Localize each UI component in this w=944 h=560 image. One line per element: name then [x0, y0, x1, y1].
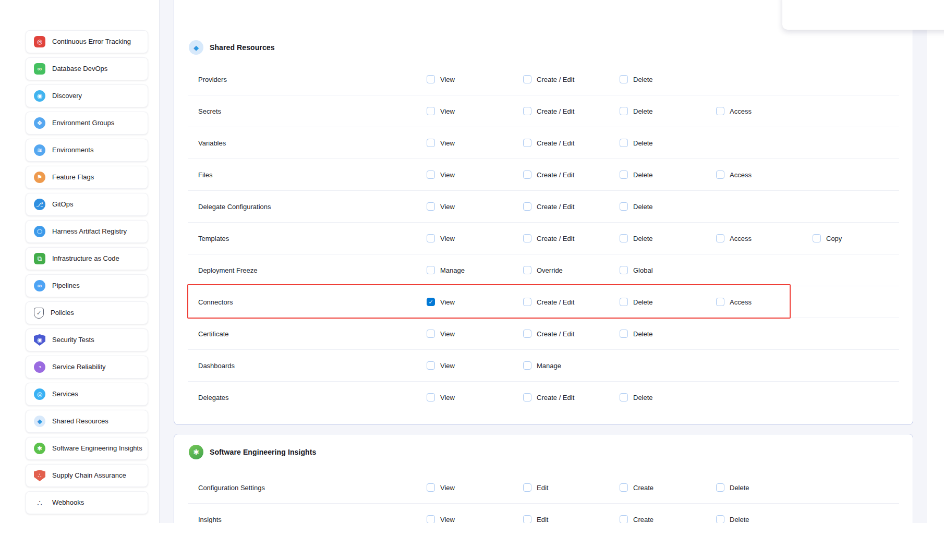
infrastructure-as-code-icon: ⧉	[34, 253, 45, 264]
checkbox-label: Create / Edit	[537, 330, 574, 338]
configuration-settings-create-checkbox[interactable]	[620, 483, 628, 492]
delegates-delete-checkbox[interactable]	[620, 393, 628, 401]
sidebar-item-security-tests[interactable]: ◉Security Tests	[26, 328, 148, 351]
files-view-checkbox[interactable]	[427, 171, 435, 179]
resource-label: Providers	[198, 76, 227, 83]
artifact-registry-icon: ⬡	[34, 226, 45, 237]
permission-row-deployment-freeze: Deployment FreezeManageOverrideGlobal	[174, 254, 913, 286]
connectors-access-checkbox[interactable]	[716, 298, 724, 306]
sidebar-item-continuous-error-tracking[interactable]: ◎Continuous Error Tracking	[26, 30, 148, 53]
secrets-delete-checkbox[interactable]	[620, 107, 628, 115]
permission-cell: Access	[716, 107, 752, 115]
resource-label: Delegates	[198, 394, 229, 401]
secrets-access-checkbox[interactable]	[716, 107, 724, 115]
variables-create-edit-checkbox[interactable]	[523, 139, 531, 147]
files-create-edit-checkbox[interactable]	[523, 171, 531, 179]
permission-row-certificate: CertificateViewCreate / EditDelete	[174, 318, 913, 349]
sidebar-item-feature-flags[interactable]: ⚑Feature Flags	[26, 166, 148, 189]
connectors-view-checkbox[interactable]: ✓	[427, 298, 435, 306]
variables-delete-checkbox[interactable]	[620, 139, 628, 147]
checkbox-label: Copy	[826, 235, 842, 242]
permission-cell: View	[427, 483, 455, 492]
permission-cell: Manage	[427, 266, 465, 274]
sidebar-item-policies[interactable]: ✓Policies	[26, 301, 148, 324]
dashboards-view-checkbox[interactable]	[427, 361, 435, 370]
permission-cell: Delete	[716, 515, 749, 524]
connectors-delete-checkbox[interactable]	[620, 298, 628, 306]
panel-title: Software Engineering Insights	[210, 448, 316, 456]
checkbox-label: Edit	[537, 516, 548, 524]
deployment-freeze-override-checkbox[interactable]	[523, 266, 531, 274]
delegates-view-checkbox[interactable]	[427, 393, 435, 401]
permission-cell: Create / Edit	[523, 330, 574, 338]
deployment-freeze-global-checkbox[interactable]	[620, 266, 628, 274]
sidebar-item-pipelines[interactable]: ∞Pipelines	[26, 274, 148, 297]
software-engineering-insights-icon: ✱	[34, 443, 45, 454]
deployment-freeze-manage-checkbox[interactable]	[427, 266, 435, 274]
providers-delete-checkbox[interactable]	[620, 75, 628, 83]
permission-cell: Delete	[620, 393, 653, 401]
panel-title: Shared Resources	[210, 43, 275, 52]
certificate-delete-checkbox[interactable]	[620, 330, 628, 338]
sidebar-item-environments[interactable]: ≋Environments	[26, 139, 148, 162]
sidebar-item-database-devops[interactable]: ∞Database DevOps	[26, 57, 148, 80]
insights-delete-checkbox[interactable]	[716, 515, 724, 524]
permission-cell: View	[427, 515, 455, 524]
variables-view-checkbox[interactable]	[427, 139, 435, 147]
sidebar-item-shared-resources[interactable]: ◆Shared Resources	[26, 410, 148, 433]
environments-icon: ≋	[34, 144, 45, 156]
dashboards-manage-checkbox[interactable]	[523, 361, 531, 370]
templates-delete-checkbox[interactable]	[620, 234, 628, 242]
delegate-configurations-create-edit-checkbox[interactable]	[523, 202, 531, 211]
configuration-settings-delete-checkbox[interactable]	[716, 483, 724, 492]
checkbox-label: Create / Edit	[537, 107, 574, 115]
services-icon: ◎	[34, 388, 45, 400]
permission-cell: Global	[620, 266, 653, 274]
sidebar-item-supply-chain-assurance[interactable]: ∴Supply Chain Assurance	[26, 464, 148, 487]
configuration-settings-edit-checkbox[interactable]	[523, 483, 531, 492]
files-access-checkbox[interactable]	[716, 171, 724, 179]
sidebar-item-label: Continuous Error Tracking	[52, 38, 131, 46]
delegates-create-edit-checkbox[interactable]	[523, 393, 531, 401]
continuous-error-tracking-icon: ◎	[34, 36, 45, 47]
certificate-create-edit-checkbox[interactable]	[523, 330, 531, 338]
sidebar-item-environment-groups[interactable]: ❖Environment Groups	[26, 112, 148, 135]
sidebar-item-webhooks[interactable]: ∴Webhooks	[26, 491, 148, 514]
providers-view-checkbox[interactable]	[427, 75, 435, 83]
secrets-view-checkbox[interactable]	[427, 107, 435, 115]
checkbox-label: Create / Edit	[537, 298, 574, 306]
sidebar-item-discovery[interactable]: ◉Discovery	[26, 84, 148, 107]
checkbox-label: View	[440, 107, 455, 115]
permission-cell: Delete	[620, 298, 653, 306]
sidebar-item-label: Database DevOps	[52, 65, 107, 73]
sidebar-item-label: Harness Artifact Registry	[52, 227, 127, 236]
delegate-configurations-view-checkbox[interactable]	[427, 202, 435, 211]
sidebar-item-label: Service Reliability	[52, 363, 106, 371]
delegate-configurations-delete-checkbox[interactable]	[620, 202, 628, 211]
permission-cell: View	[427, 75, 455, 83]
templates-view-checkbox[interactable]	[427, 234, 435, 242]
permission-cell: Override	[523, 266, 563, 274]
insights-view-checkbox[interactable]	[427, 515, 435, 524]
permission-cell: Create / Edit	[523, 139, 574, 147]
templates-create-edit-checkbox[interactable]	[523, 234, 531, 242]
sidebar-item-service-reliability[interactable]: ◔Service Reliability	[26, 356, 148, 379]
connectors-create-edit-checkbox[interactable]	[523, 298, 531, 306]
configuration-settings-view-checkbox[interactable]	[427, 483, 435, 492]
insights-edit-checkbox[interactable]	[523, 515, 531, 524]
sidebar-item-harness-artifact-registry[interactable]: ⬡Harness Artifact Registry	[26, 220, 148, 243]
permission-row-providers: ProvidersViewCreate / EditDelete	[174, 64, 913, 95]
resource-label: Dashboards	[198, 362, 235, 370]
sidebar-item-gitops[interactable]: ⎇GitOps	[26, 193, 148, 216]
templates-access-checkbox[interactable]	[716, 234, 724, 242]
providers-create-edit-checkbox[interactable]	[523, 75, 531, 83]
checkbox-label: Delete	[633, 171, 653, 179]
files-delete-checkbox[interactable]	[620, 171, 628, 179]
sidebar-item-software-engineering-insights[interactable]: ✱Software Engineering Insights	[26, 437, 148, 460]
templates-copy-checkbox[interactable]	[813, 234, 821, 242]
sidebar-item-services[interactable]: ◎Services	[26, 383, 148, 406]
insights-create-checkbox[interactable]	[620, 515, 628, 524]
certificate-view-checkbox[interactable]	[427, 330, 435, 338]
sidebar-item-infrastructure-as-code[interactable]: ⧉Infrastructure as Code	[26, 247, 148, 270]
secrets-create-edit-checkbox[interactable]	[523, 107, 531, 115]
